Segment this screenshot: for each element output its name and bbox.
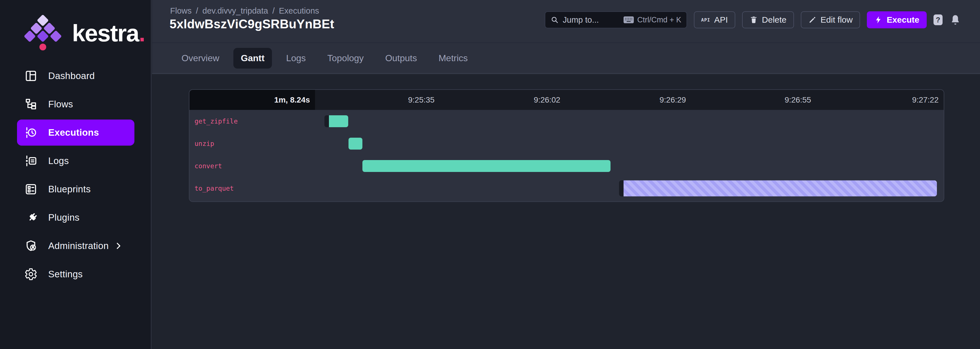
settings-icon	[24, 268, 37, 281]
administration-icon	[24, 240, 37, 252]
chevron-right-icon	[113, 241, 123, 251]
executions-icon	[24, 126, 37, 139]
search-icon	[550, 16, 559, 24]
task-label[interactable]: unzip	[194, 140, 214, 147]
kestra-logo-text: kestra.	[72, 21, 145, 45]
header-top: Flows / dev.divvy_tripdata / Executions …	[152, 0, 980, 43]
gantt-tick: 9:26:29	[660, 95, 686, 105]
task-label[interactable]: get_zipfile	[194, 117, 238, 125]
tab-outputs[interactable]: Outputs	[378, 48, 424, 68]
gantt-tick: 9:27:22	[912, 95, 939, 105]
page-title: 5xldwBszViC9gSRBuYnBEt	[170, 17, 334, 31]
api-button[interactable]: API API	[694, 11, 735, 29]
task-bar-get_zipfile[interactable]	[325, 115, 348, 127]
execute-button-label: Execute	[887, 15, 919, 25]
sidebar-menu: Dashboard Flows Executions Logs	[0, 62, 151, 289]
gantt-row-get_zipfile: get_zipfile	[189, 110, 944, 132]
main-content: 1m, 8.24s 9:25:35 9:26:02 9:26:29 9:26:5…	[152, 74, 980, 349]
sidebar-item-label: Administration	[48, 241, 108, 251]
task-label[interactable]: convert	[194, 162, 222, 170]
bar-fill	[348, 138, 363, 149]
sidebar-item-administration[interactable]: Administration	[0, 232, 151, 260]
dashboard-icon	[24, 70, 37, 82]
api-icon: API	[701, 17, 710, 23]
lightning-bolt-icon	[874, 16, 883, 24]
search-shortcut: Ctrl/Cmd + K	[624, 16, 681, 24]
tab-overview[interactable]: Overview	[174, 48, 227, 68]
sidebar-item-label: Logs	[48, 155, 69, 166]
task-bar-unzip[interactable]	[348, 138, 363, 149]
breadcrumb-flows[interactable]: Flows	[170, 6, 192, 16]
kestra-logo-icon	[22, 15, 65, 52]
gantt-duration: 1m, 8.24s	[189, 90, 315, 110]
pencil-icon	[808, 16, 817, 24]
edit-flow-button-label: Edit flow	[821, 15, 853, 25]
tab-topology[interactable]: Topology	[320, 48, 371, 68]
gantt-time-axis: 9:25:35 9:26:02 9:26:29 9:26:55 9:27:22	[315, 90, 944, 110]
keyboard-icon	[624, 16, 634, 23]
delete-button-label: Delete	[762, 15, 787, 25]
task-bar-convert[interactable]	[363, 160, 611, 172]
breadcrumb: Flows / dev.divvy_tripdata / Executions	[170, 6, 319, 16]
tab-metrics[interactable]: Metrics	[431, 48, 475, 68]
header: Flows / dev.divvy_tripdata / Executions …	[152, 0, 980, 74]
gantt-tick: 9:26:55	[784, 95, 811, 105]
sidebar: kestra. Dashboard Flows Executions	[0, 0, 151, 349]
search-placeholder: Jump to...	[563, 15, 624, 25]
gantt-row-to_parquet: to_parquet	[189, 177, 944, 200]
sidebar-item-flows[interactable]: Flows	[0, 90, 151, 118]
tab-gantt[interactable]: Gantt	[233, 48, 272, 68]
sidebar-item-settings[interactable]: Settings	[0, 260, 151, 289]
edit-flow-button[interactable]: Edit flow	[801, 11, 860, 29]
help-button[interactable]: ?	[934, 14, 943, 25]
sidebar-item-dashboard[interactable]: Dashboard	[0, 62, 151, 90]
jump-to-search-input[interactable]: Jump to... Ctrl/Cmd + K	[545, 11, 687, 29]
delete-button[interactable]: Delete	[742, 11, 794, 29]
gantt-tick: 9:25:35	[408, 95, 434, 105]
sidebar-item-logs[interactable]: Logs	[0, 147, 151, 175]
gantt-row-unzip: unzip	[189, 132, 944, 155]
bar-queued-cap	[619, 180, 624, 196]
api-button-label: API	[714, 15, 728, 25]
sidebar-item-label: Plugins	[48, 212, 80, 223]
gantt-header: 1m, 8.24s 9:25:35 9:26:02 9:26:29 9:26:5…	[189, 90, 944, 110]
sidebar-item-label: Dashboard	[48, 71, 95, 81]
gantt-tick: 9:26:02	[534, 95, 560, 105]
breadcrumb-separator: /	[196, 6, 198, 16]
sidebar-item-blueprints[interactable]: Blueprints	[0, 175, 151, 203]
flows-icon	[24, 98, 37, 111]
bar-queued-cap	[325, 115, 329, 127]
gantt-rows: get_zipfile unzip convert to_parquet	[189, 110, 944, 200]
notifications-bell-icon[interactable]	[950, 14, 961, 26]
breadcrumb-separator: /	[272, 6, 275, 16]
execute-button[interactable]: Execute	[867, 11, 927, 29]
logs-icon	[24, 154, 37, 167]
kestra-app: kestra. Dashboard Flows Executions	[0, 0, 980, 349]
breadcrumb-executions[interactable]: Executions	[279, 6, 319, 16]
sidebar-item-executions[interactable]: Executions	[17, 119, 134, 146]
bar-fill	[363, 160, 611, 172]
gantt-card: 1m, 8.24s 9:25:35 9:26:02 9:26:29 9:26:5…	[189, 89, 944, 202]
bar-fill	[329, 115, 348, 127]
kestra-logo[interactable]: kestra.	[22, 15, 151, 52]
sidebar-item-label: Executions	[48, 127, 99, 138]
tab-bar: Overview Gantt Logs Topology Outputs Met…	[152, 43, 980, 74]
blueprints-icon	[24, 183, 37, 196]
sidebar-item-label: Blueprints	[48, 184, 91, 195]
sidebar-item-plugins[interactable]: Plugins	[0, 203, 151, 232]
search-shortcut-label: Ctrl/Cmd + K	[637, 16, 681, 24]
header-actions: Jump to... Ctrl/Cmd + K API API	[545, 11, 961, 29]
sidebar-item-label: Settings	[48, 269, 83, 279]
task-label[interactable]: to_parquet	[194, 185, 234, 192]
task-bar-to_parquet[interactable]	[619, 180, 937, 196]
trash-icon	[749, 16, 758, 24]
tab-logs[interactable]: Logs	[279, 48, 313, 68]
gantt-row-convert: convert	[189, 155, 944, 177]
plugins-icon	[24, 211, 37, 224]
sidebar-item-label: Flows	[48, 99, 73, 109]
breadcrumb-namespace[interactable]: dev.divvy_tripdata	[202, 6, 268, 16]
bar-fill	[624, 180, 937, 196]
